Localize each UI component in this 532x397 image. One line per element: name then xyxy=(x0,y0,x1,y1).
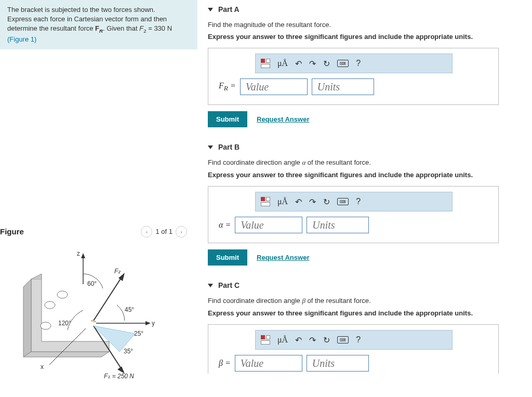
svg-point-2 xyxy=(41,322,51,329)
svg-marker-6 xyxy=(145,321,151,325)
collapse-icon[interactable] xyxy=(208,8,213,11)
f2-symbol: F xyxy=(139,24,143,32)
units-input-a[interactable] xyxy=(312,78,374,95)
figure-title: Figure xyxy=(0,227,24,236)
redo-icon[interactable]: ↷ xyxy=(309,59,316,69)
part-b: Part B Find coordinate direction angle α… xyxy=(208,143,522,266)
keyboard-icon[interactable]: ⌨ xyxy=(337,336,349,343)
label-60: 60° xyxy=(87,280,97,287)
request-answer-link-b[interactable]: Request Answer xyxy=(257,254,309,261)
units-picker-icon[interactable]: μÅ xyxy=(277,197,288,206)
value-input-b[interactable] xyxy=(235,217,302,233)
svg-marker-4 xyxy=(81,253,85,258)
label-25: 25° xyxy=(134,330,143,337)
problem-statement: The bracket is subjected to the two forc… xyxy=(0,0,197,49)
reset-icon[interactable]: ↻ xyxy=(323,335,330,345)
templates-icon[interactable] xyxy=(261,59,270,68)
reset-icon[interactable]: ↻ xyxy=(323,59,330,69)
keyboard-icon[interactable]: ⌨ xyxy=(337,60,349,67)
help-icon[interactable]: ? xyxy=(356,197,361,206)
answer-box-b: μÅ ↶ ↷ ↻ ⌨ ? α = xyxy=(208,186,499,243)
label-f1: F₁ = 250 N xyxy=(104,373,134,380)
svg-line-8 xyxy=(94,276,122,321)
part-b-sub: Express your answer to three significant… xyxy=(208,171,522,179)
problem-line1: The bracket is subjected to the two forc… xyxy=(7,6,155,14)
figure-next-button[interactable]: › xyxy=(176,226,187,237)
keyboard-icon[interactable]: ⌨ xyxy=(337,198,349,205)
format-toolbar: μÅ ↶ ↷ ↻ ⌨ ? xyxy=(255,330,453,350)
label-y: y xyxy=(152,320,155,327)
collapse-icon[interactable] xyxy=(208,145,213,149)
svg-point-0 xyxy=(45,301,55,309)
problem-line3-mid: . Given that xyxy=(103,24,139,32)
submit-button-a[interactable]: Submit xyxy=(208,111,247,127)
label-f2: F₂ xyxy=(114,268,121,275)
reset-icon[interactable]: ↻ xyxy=(323,197,330,207)
var-label-c: β = xyxy=(219,359,231,368)
figure-pager-text: 1 of 1 xyxy=(155,228,172,235)
format-toolbar: μÅ ↶ ↷ ↻ ⌨ ? xyxy=(255,54,453,73)
part-b-instruction: Find coordinate direction angle α of the… xyxy=(208,158,522,167)
units-picker-icon[interactable]: μÅ xyxy=(277,59,288,68)
part-a-title: Part A xyxy=(218,5,240,14)
part-c-title: Part C xyxy=(218,281,240,289)
figure-prev-button[interactable]: ‹ xyxy=(141,226,152,237)
undo-icon[interactable]: ↶ xyxy=(295,197,302,207)
part-b-title: Part B xyxy=(218,143,240,151)
label-120: 120° xyxy=(58,320,71,327)
redo-icon[interactable]: ↷ xyxy=(309,335,316,345)
svg-point-1 xyxy=(57,291,68,298)
value-input-c[interactable] xyxy=(235,355,302,372)
figure-link[interactable]: (Figure 1) xyxy=(7,35,36,43)
templates-icon[interactable] xyxy=(261,197,270,206)
units-input-c[interactable] xyxy=(307,355,369,372)
value-input-a[interactable] xyxy=(240,78,308,95)
help-icon[interactable]: ? xyxy=(356,59,361,68)
collapse-icon[interactable] xyxy=(208,284,213,287)
answer-box-c: μÅ ↶ ↷ ↻ ⌨ ? β = xyxy=(208,324,499,374)
units-picker-icon[interactable]: μÅ xyxy=(277,335,288,345)
part-c-sub: Express your answer to three significant… xyxy=(208,309,522,317)
problem-line3-val: = 330 N xyxy=(147,24,172,32)
var-label-b: α = xyxy=(219,220,231,230)
part-c: Part C Find coordinate direction angle β… xyxy=(208,281,522,374)
figure-diagram: z y x F₂ 60° 120° 45° 25° 35° F₁ = 250 N xyxy=(0,248,177,383)
label-45: 45° xyxy=(125,306,134,313)
templates-icon[interactable] xyxy=(261,335,270,345)
figure-pager: ‹ 1 of 1 › xyxy=(141,226,187,237)
label-z: z xyxy=(77,250,80,257)
part-c-instruction: Find coordinate direction angle β of the… xyxy=(208,297,522,305)
undo-icon[interactable]: ↶ xyxy=(295,335,302,345)
part-a-instruction: Find the magnitude of the resultant forc… xyxy=(208,21,522,29)
redo-icon[interactable]: ↷ xyxy=(309,197,316,207)
units-input-b[interactable] xyxy=(307,217,369,233)
problem-line3-prefix: determine the resultant force xyxy=(7,24,95,32)
part-a-sub: Express your answer to three significant… xyxy=(208,33,522,41)
fr-symbol: F xyxy=(95,24,99,32)
label-x: x xyxy=(41,363,44,370)
help-icon[interactable]: ? xyxy=(356,335,361,345)
answer-box-a: μÅ ↶ ↷ ↻ ⌨ ? FR = xyxy=(208,48,499,105)
undo-icon[interactable]: ↶ xyxy=(295,59,302,69)
part-a: Part A Find the magnitude of the resulta… xyxy=(208,5,522,127)
var-label-a: FR = xyxy=(219,81,236,92)
request-answer-link-a[interactable]: Request Answer xyxy=(257,115,309,123)
problem-line2: Express each force in Cartesian vector f… xyxy=(7,15,167,23)
label-35: 35° xyxy=(124,348,133,355)
submit-button-b[interactable]: Submit xyxy=(208,249,247,266)
format-toolbar: μÅ ↶ ↷ ↻ ⌨ ? xyxy=(255,192,453,211)
